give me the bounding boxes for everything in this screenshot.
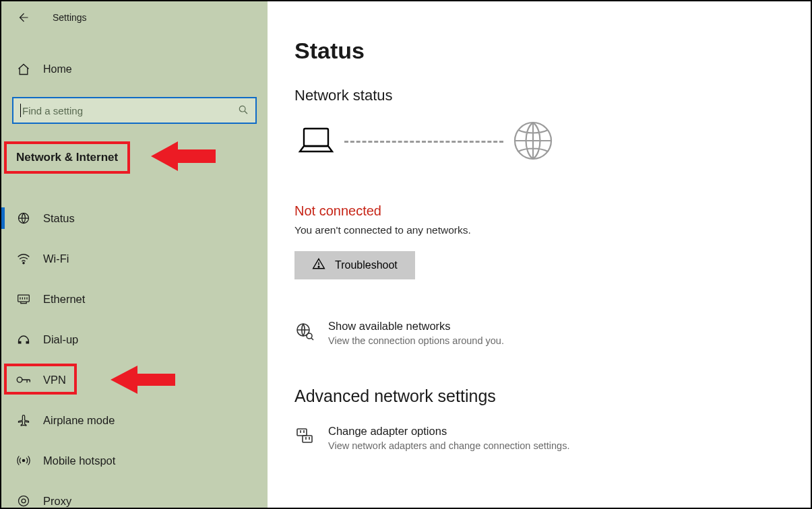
main-content: Status Network status Not connected You … (268, 1, 811, 508)
annotation-arrow-icon (111, 362, 175, 397)
status-title: Not connected (294, 203, 784, 219)
home-icon (16, 62, 31, 77)
nav-item-ethernet[interactable]: Ethernet (1, 279, 268, 319)
nav-item-hotspot[interactable]: Mobile hotspot (1, 440, 268, 481)
window-title: Settings (53, 12, 87, 23)
svg-rect-15 (297, 429, 307, 436)
adapter-title: Change adapter options (328, 425, 569, 438)
globe-outline-icon (513, 121, 553, 163)
show-networks-button[interactable]: Show available networks View the connect… (294, 320, 784, 346)
search-input[interactable] (22, 105, 238, 116)
troubleshoot-label: Troubleshoot (335, 259, 398, 271)
home-label: Home (43, 63, 72, 75)
section-heading: Network status (294, 87, 784, 104)
svg-point-12 (318, 266, 319, 267)
network-diagram (297, 121, 784, 163)
nav-label: Status (43, 212, 75, 225)
hotspot-icon (16, 453, 31, 468)
text-cursor (20, 104, 21, 117)
adapter-icon (294, 426, 315, 446)
laptop-icon (297, 125, 335, 159)
svg-point-7 (22, 459, 24, 461)
annotation-arrow-icon (151, 137, 216, 175)
nav-label: Ethernet (43, 293, 85, 306)
adapter-subtitle: View network adapters and change connect… (328, 440, 569, 451)
advanced-heading: Advanced network settings (294, 386, 784, 406)
status-description: You aren't connected to any networks. (294, 224, 784, 236)
change-adapter-button[interactable]: Change adapter options View network adap… (294, 425, 784, 451)
svg-point-14 (307, 333, 312, 339)
svg-marker-1 (151, 141, 216, 171)
ethernet-icon (16, 292, 31, 306)
svg-rect-4 (18, 295, 30, 302)
svg-rect-16 (303, 436, 312, 442)
nav-label: Mobile hotspot (43, 454, 115, 467)
nav-label: Proxy (43, 495, 71, 508)
nav-item-proxy[interactable]: Proxy (1, 481, 268, 509)
connection-line (344, 141, 503, 143)
page-heading: Status (294, 38, 784, 64)
home-button[interactable]: Home (1, 50, 268, 89)
airplane-icon (16, 413, 31, 428)
nav-list: Status Wi-Fi Ethernet Dial-up (1, 198, 268, 509)
show-networks-title: Show available networks (328, 320, 504, 333)
troubleshoot-button[interactable]: Troubleshoot (294, 251, 415, 279)
nav-label: Dial-up (43, 333, 78, 346)
proxy-icon (16, 494, 31, 508)
titlebar: Settings (1, 7, 268, 34)
nav-item-dialup[interactable]: Dial-up (1, 319, 268, 360)
nav-item-status[interactable]: Status (1, 198, 268, 238)
svg-rect-10 (304, 129, 328, 146)
dialup-icon (16, 332, 31, 347)
svg-point-8 (19, 496, 29, 506)
nav-label: Wi-Fi (43, 252, 69, 265)
svg-point-5 (17, 377, 22, 382)
svg-marker-6 (111, 366, 175, 394)
category-header: Network & Internet (1, 141, 268, 174)
search-container (1, 97, 268, 131)
nav-item-wifi[interactable]: Wi-Fi (1, 238, 268, 279)
svg-point-0 (239, 106, 245, 112)
arrow-left-icon (17, 11, 29, 24)
settings-window: Settings Home Network & Internet (0, 0, 812, 509)
nav-label: VPN (43, 374, 66, 386)
warning-triangle-icon (312, 257, 325, 273)
search-box[interactable] (12, 97, 257, 124)
nav-item-airplane[interactable]: Airplane mode (1, 400, 268, 440)
globe-search-icon (294, 321, 315, 341)
sidebar: Settings Home Network & Internet (1, 1, 268, 508)
nav-item-vpn[interactable]: VPN (1, 360, 268, 400)
svg-point-3 (23, 263, 24, 264)
wifi-icon (16, 251, 31, 266)
globe-icon (16, 211, 31, 226)
svg-point-9 (22, 499, 26, 503)
nav-label: Airplane mode (43, 414, 115, 427)
search-icon (238, 104, 249, 117)
show-networks-subtitle: View the connection options around you. (328, 335, 504, 346)
vpn-icon (16, 372, 31, 387)
back-button[interactable] (13, 8, 32, 27)
category-label: Network & Internet (4, 141, 130, 174)
